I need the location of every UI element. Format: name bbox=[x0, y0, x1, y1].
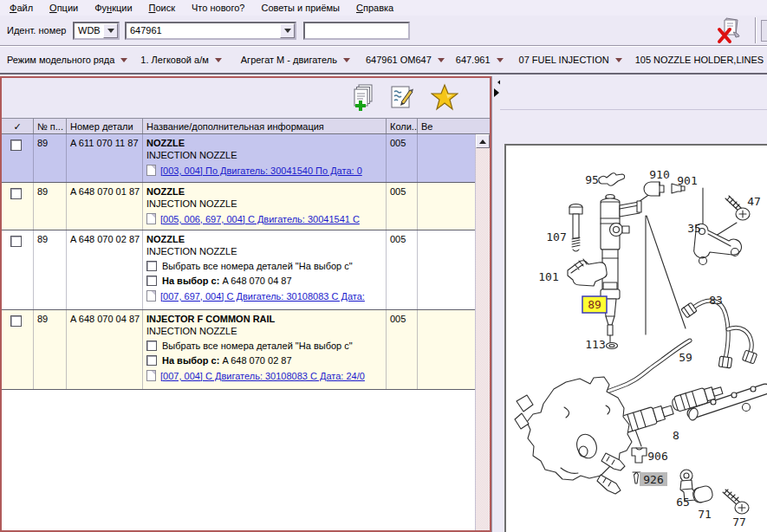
callout-107[interactable]: 107 bbox=[546, 230, 566, 243]
callout-910[interactable]: 910 bbox=[649, 168, 669, 181]
ident-number-combobox[interactable]: 647961 bbox=[125, 22, 296, 40]
alternative-part-checkbox[interactable] bbox=[146, 276, 157, 286]
table-row[interactable]: 89 A 648 070 04 87 INJECTOR F COMMON RAI… bbox=[2, 310, 475, 390]
part-description: INJECTION NOZZLE bbox=[146, 246, 386, 256]
table-scrollbar[interactable] bbox=[475, 134, 490, 530]
exploded-view-diagram[interactable]: 95 910 901 47 107 35 101 89 83 113 59 8 … bbox=[504, 144, 767, 532]
part-sleeve-71 bbox=[692, 484, 714, 503]
diagram-header-band bbox=[500, 110, 767, 143]
part-bolt-107 bbox=[569, 204, 582, 252]
menu-whats-new[interactable]: Что нового? bbox=[184, 1, 253, 16]
scroll-up-button[interactable] bbox=[476, 134, 490, 148]
table-row[interactable]: 89 A 648 070 01 87 NOZZLE INJECTION NOZZ… bbox=[2, 183, 475, 230]
wmi-combobox[interactable]: WDB bbox=[73, 22, 120, 40]
row-checkbox[interactable] bbox=[10, 139, 22, 151]
nav-vehicle-class[interactable]: 1. Легковой а/м bbox=[140, 55, 221, 66]
nav-model-range-mode[interactable]: Режим модельного ряда bbox=[7, 55, 127, 66]
part-clamp-101 bbox=[568, 259, 607, 286]
edit-notes-icon bbox=[387, 83, 415, 111]
ident-dropdown-button[interactable] bbox=[280, 23, 295, 38]
part-pipe-83 bbox=[681, 301, 757, 368]
row-checkbox[interactable] bbox=[10, 315, 22, 327]
select-all-alternatives-label: Выбрать все номера деталей "На выбор с" bbox=[162, 261, 353, 271]
table-row[interactable]: 89 A 648 070 02 87 NOZZLE INJECTION NOZZ… bbox=[2, 230, 475, 310]
column-header-part-number: Номер детали bbox=[67, 119, 143, 133]
row-checkbox[interactable] bbox=[10, 188, 22, 199]
main-area: ✓ № п... Номер детали Название/дополните… bbox=[0, 76, 767, 532]
part-name: NOZZLE bbox=[146, 234, 386, 244]
secondary-ident-field[interactable] bbox=[303, 22, 410, 40]
nav-main-group[interactable]: 07 FUEL INJECTION bbox=[519, 55, 622, 66]
chevron-down-icon bbox=[107, 29, 114, 36]
applicability-link[interactable]: [007, 004] С Двигатель: 30108083 С Дата:… bbox=[160, 371, 365, 381]
clear-ident-button[interactable] bbox=[716, 16, 745, 45]
quantity: 005 bbox=[387, 310, 418, 389]
callout-113[interactable]: 113 bbox=[585, 338, 605, 351]
column-header-weight: Ве bbox=[418, 119, 490, 133]
menu-bar: Файл Опции Функции Поиск Что нового? Сов… bbox=[0, 0, 767, 16]
position-number: 89 bbox=[34, 310, 67, 389]
callout-47[interactable]: 47 bbox=[747, 195, 761, 208]
parts-list-panel: ✓ № п... Номер детали Название/дополните… bbox=[0, 76, 491, 532]
leader-line bbox=[646, 216, 686, 334]
menu-tips[interactable]: Советы и приёмы bbox=[253, 1, 348, 16]
menu-help[interactable]: Справка bbox=[348, 1, 402, 16]
applicability-link[interactable]: [003, 004] По Двигатель: 30041540 По Дат… bbox=[160, 165, 362, 176]
alternative-part-number: A 648 070 02 87 bbox=[222, 355, 291, 366]
position-number: 89 bbox=[34, 183, 67, 230]
notes-button[interactable] bbox=[387, 83, 415, 111]
navigation-toolbar: Режим модельного ряда 1. Легковой а/м Аг… bbox=[0, 47, 767, 75]
row-checkbox[interactable] bbox=[10, 236, 22, 247]
ident-number-value: 647961 bbox=[130, 25, 162, 36]
callout-83[interactable]: 83 bbox=[709, 294, 723, 307]
document-icon bbox=[146, 370, 156, 381]
callout-35[interactable]: 35 bbox=[687, 222, 701, 235]
menu-functions[interactable]: Функции bbox=[87, 1, 140, 16]
diagram-toolbar-band bbox=[500, 76, 767, 110]
menu-options[interactable]: Опции bbox=[42, 1, 87, 16]
panel-splitter[interactable] bbox=[491, 76, 500, 532]
alternative-part-number: A 648 070 04 87 bbox=[222, 276, 291, 286]
callout-101[interactable]: 101 bbox=[538, 270, 558, 283]
engine-outline bbox=[515, 377, 632, 494]
callout-95[interactable]: 95 bbox=[585, 173, 599, 186]
nav-sub-group[interactable]: 105 NOZZLE HOLDER,LINES bbox=[635, 55, 764, 65]
callout-71[interactable]: 71 bbox=[698, 508, 712, 521]
chevron-down-icon bbox=[215, 58, 222, 66]
callout-89-selected[interactable]: 89 bbox=[588, 298, 601, 311]
callout-906[interactable]: 906 bbox=[647, 450, 667, 463]
part-bracket-35 bbox=[694, 224, 742, 264]
select-all-alternatives-checkbox[interactable] bbox=[146, 341, 157, 351]
part-description: INJECTION NOZZLE bbox=[146, 150, 386, 160]
callout-59[interactable]: 59 bbox=[679, 351, 692, 364]
part-screw-47 bbox=[725, 196, 750, 220]
menu-file[interactable]: Файл bbox=[2, 1, 42, 16]
diagram-panel: 95 910 901 47 107 35 101 89 83 113 59 8 … bbox=[500, 76, 767, 532]
parts-toolbar bbox=[2, 78, 490, 118]
nav-engine-model[interactable]: 647961 OM647 bbox=[366, 55, 445, 66]
menu-search[interactable]: Поиск bbox=[141, 1, 184, 16]
favorite-star-icon bbox=[431, 83, 458, 111]
column-header-position: № п... bbox=[34, 119, 67, 133]
alternative-label: На выбор с: bbox=[162, 355, 219, 366]
part-number: A 648 070 04 87 bbox=[67, 310, 143, 389]
part-name: INJECTOR F COMMON RAIL bbox=[146, 314, 386, 324]
chevron-down-icon bbox=[438, 58, 445, 66]
quantity: 005 bbox=[387, 183, 418, 230]
add-parts-button[interactable] bbox=[348, 83, 376, 111]
part-clip-906 bbox=[632, 448, 647, 463]
callout-65[interactable]: 65 bbox=[676, 496, 690, 509]
callout-77[interactable]: 77 bbox=[732, 516, 746, 529]
nav-engine-variant[interactable]: 647.961 bbox=[456, 55, 504, 66]
nav-aggregate[interactable]: Агрегат M - двигатель bbox=[241, 55, 350, 66]
callout-8[interactable]: 8 bbox=[673, 429, 679, 442]
table-row[interactable]: 89 A 611 070 11 87 NOZZLE INJECTION NOZZ… bbox=[2, 134, 475, 183]
applicability-link[interactable]: [007, 697, 004] С Двигатель: 30108083 С … bbox=[160, 291, 365, 302]
favorites-button[interactable] bbox=[431, 83, 458, 111]
alternative-part-checkbox[interactable] bbox=[146, 355, 157, 366]
callout-926[interactable]: 926 bbox=[643, 473, 663, 486]
wmi-dropdown-button[interactable] bbox=[103, 23, 118, 38]
select-all-alternatives-checkbox[interactable] bbox=[146, 261, 157, 271]
callout-901[interactable]: 901 bbox=[677, 174, 697, 187]
applicability-link[interactable]: [005, 006, 697, 004] С Двигатель: 300415… bbox=[160, 214, 360, 224]
